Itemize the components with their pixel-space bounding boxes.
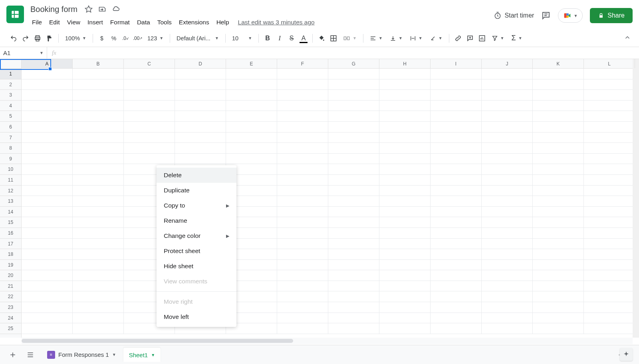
cell-H8[interactable]	[379, 143, 431, 154]
cell-J13[interactable]	[482, 196, 533, 207]
cell-J9[interactable]	[482, 154, 533, 164]
row-header-3[interactable]: 3	[0, 90, 21, 101]
row-header-8[interactable]: 8	[0, 143, 21, 154]
scrollbar-thumb[interactable]	[22, 339, 293, 343]
cell-J15[interactable]	[482, 217, 533, 228]
cell-C9[interactable]	[124, 154, 175, 164]
increase-decimals-button[interactable]: .00↗	[132, 33, 143, 44]
cell-H19[interactable]	[379, 260, 431, 271]
cell-I16[interactable]	[431, 228, 482, 239]
cell-H9[interactable]	[379, 154, 431, 164]
cell-L24[interactable]	[584, 313, 635, 324]
cell-E9[interactable]	[226, 154, 277, 164]
column-header-J[interactable]: J	[482, 59, 533, 68]
text-wrap-button[interactable]: ▼	[407, 33, 426, 44]
cell-A5[interactable]	[22, 111, 73, 122]
row-header-12[interactable]: 12	[0, 186, 21, 196]
cell-A6[interactable]	[22, 122, 73, 133]
cell-K18[interactable]	[533, 249, 584, 260]
sheet-tab-sheet1[interactable]: Sheet1▼	[123, 348, 161, 362]
cell-F22[interactable]	[277, 291, 328, 302]
cell-K24[interactable]	[533, 313, 584, 324]
cell-H3[interactable]	[379, 90, 431, 101]
cell-K10[interactable]	[533, 164, 584, 175]
cell-E1[interactable]	[226, 69, 277, 79]
cell-A9[interactable]	[22, 154, 73, 164]
cell-C2[interactable]	[124, 79, 175, 90]
name-box[interactable]: A1 ▼	[0, 47, 47, 59]
bold-button[interactable]: B	[262, 33, 273, 44]
cell-L2[interactable]	[584, 79, 635, 90]
cell-J1[interactable]	[482, 69, 533, 79]
cell-L10[interactable]	[584, 164, 635, 175]
cell-H21[interactable]	[379, 281, 431, 292]
column-header-G[interactable]: G	[328, 59, 379, 68]
insert-link-button[interactable]	[452, 33, 464, 44]
cell-J7[interactable]	[482, 133, 533, 143]
cell-E5[interactable]	[226, 111, 277, 122]
cell-J10[interactable]	[482, 164, 533, 175]
cell-C5[interactable]	[124, 111, 175, 122]
cell-B22[interactable]	[73, 291, 124, 302]
cell-B13[interactable]	[73, 196, 124, 207]
cell-A7[interactable]	[22, 133, 73, 143]
add-sheet-button[interactable]	[6, 348, 19, 361]
cell-A1[interactable]	[22, 69, 73, 79]
insert-comment-button[interactable]	[464, 33, 476, 44]
cell-L8[interactable]	[584, 143, 635, 154]
cell-K6[interactable]	[533, 122, 584, 133]
row-header-5[interactable]: 5	[0, 111, 21, 122]
vertical-align-button[interactable]: ▼	[387, 33, 406, 44]
cell-G2[interactable]	[328, 79, 379, 90]
cell-A11[interactable]	[22, 175, 73, 186]
cell-F9[interactable]	[277, 154, 328, 164]
cell-D4[interactable]	[175, 101, 226, 111]
cell-I2[interactable]	[431, 79, 482, 90]
cell-I11[interactable]	[431, 175, 482, 186]
cell-H25[interactable]	[379, 323, 431, 334]
cell-A17[interactable]	[22, 239, 73, 249]
row-header-17[interactable]: 17	[0, 239, 21, 249]
cell-L4[interactable]	[584, 101, 635, 111]
cell-E2[interactable]	[226, 79, 277, 90]
cell-G19[interactable]	[328, 260, 379, 271]
cell-D2[interactable]	[175, 79, 226, 90]
cell-L17[interactable]	[584, 239, 635, 249]
functions-button[interactable]: Σ▼	[508, 33, 526, 44]
cell-B25[interactable]	[73, 323, 124, 334]
cell-G9[interactable]	[328, 154, 379, 164]
cell-I23[interactable]	[431, 302, 482, 313]
share-button[interactable]: Share	[590, 8, 633, 23]
cell-H6[interactable]	[379, 122, 431, 133]
cell-A23[interactable]	[22, 302, 73, 313]
cell-K16[interactable]	[533, 228, 584, 239]
cell-J25[interactable]	[482, 323, 533, 334]
comment-history-icon[interactable]	[541, 11, 551, 20]
row-header-24[interactable]: 24	[0, 313, 21, 324]
cell-F13[interactable]	[277, 196, 328, 207]
cell-I24[interactable]	[431, 313, 482, 324]
cell-K12[interactable]	[533, 186, 584, 196]
cell-A15[interactable]	[22, 217, 73, 228]
select-all-corner[interactable]	[0, 59, 22, 69]
cell-B2[interactable]	[73, 79, 124, 90]
cell-G23[interactable]	[328, 302, 379, 313]
context-menu-item-copy-to[interactable]: Copy to▶	[157, 198, 236, 213]
cell-F21[interactable]	[277, 281, 328, 292]
cell-J5[interactable]	[482, 111, 533, 122]
row-header-14[interactable]: 14	[0, 207, 21, 218]
horizontal-align-button[interactable]: ▼	[367, 33, 386, 44]
menu-insert[interactable]: Insert	[84, 17, 106, 28]
row-header-15[interactable]: 15	[0, 217, 21, 228]
menu-extensions[interactable]: Extensions	[176, 17, 212, 28]
insert-chart-button[interactable]	[476, 33, 488, 44]
cell-B3[interactable]	[73, 90, 124, 101]
menu-view[interactable]: View	[64, 17, 83, 28]
font-size-dropdown[interactable]: 10▼	[229, 33, 255, 44]
cell-L15[interactable]	[584, 217, 635, 228]
cell-A21[interactable]	[22, 281, 73, 292]
context-menu-item-hide-sheet[interactable]: Hide sheet	[157, 259, 236, 274]
cell-K23[interactable]	[533, 302, 584, 313]
filter-button[interactable]: ▼	[488, 33, 508, 44]
cell-I7[interactable]	[431, 133, 482, 143]
